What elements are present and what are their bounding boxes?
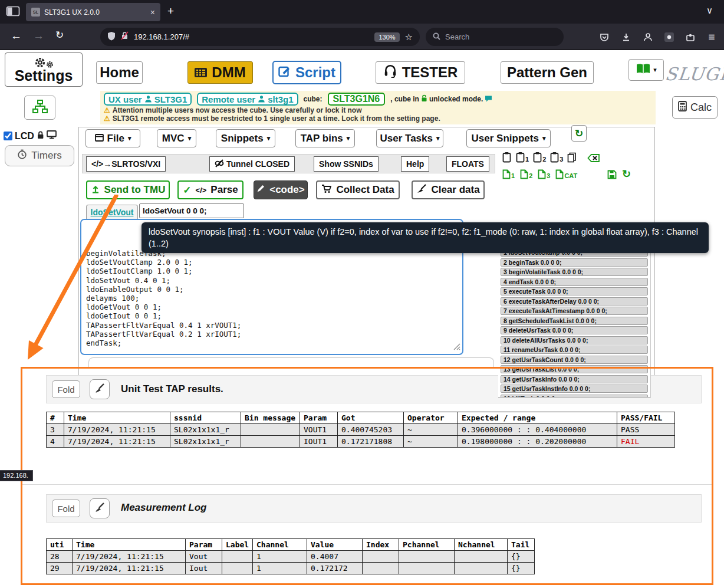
function-list-item[interactable]: 6 executeTaskAfterDelay 0.0 0 0; (501, 297, 648, 306)
sync-refresh-button[interactable]: ↻ (571, 125, 587, 142)
pocket-icon[interactable] (597, 30, 612, 44)
file-menu[interactable]: File ▾ (85, 129, 140, 147)
nav-script-button[interactable]: Script (272, 61, 341, 84)
help-button[interactable]: Help (401, 156, 429, 172)
cube-name-chip[interactable]: SLT3G1N6 (328, 93, 386, 106)
parse-button[interactable]: ✓ </> Parse (177, 180, 243, 199)
tap-result-row[interactable]: 3 7/19/2024, 11:21:15 SL02x1x1x1_r VOUT1… (47, 424, 675, 436)
nav-dmm-button[interactable]: DMM (187, 61, 253, 84)
clipboard-slot-icon[interactable]: 1 (516, 152, 529, 163)
ml-cell-label (222, 563, 253, 574)
browser-tab[interactable]: SL SLT3G1 UX 2.0.0 × (26, 3, 160, 21)
zoom-badge[interactable]: 130% (374, 32, 399, 42)
tap-bins-menu[interactable]: TAP bins ▾ (295, 129, 355, 147)
nav-home-button[interactable]: Home (96, 61, 143, 84)
chevron-down-icon: ▾ (267, 134, 271, 142)
forward-button[interactable]: → (33, 30, 44, 41)
tap-fold-button[interactable]: Fold (52, 380, 80, 398)
function-list-item[interactable]: 16 killTask 0.0 0 0; (501, 395, 648, 398)
tap-clear-brush-button[interactable] (90, 379, 110, 399)
ml-clear-brush-button[interactable] (90, 498, 110, 518)
tunnel-button[interactable]: Tunnel CLOSED (209, 156, 295, 172)
account-icon[interactable] (640, 30, 656, 44)
tab-overview-icon[interactable] (6, 5, 20, 20)
function-list-item[interactable]: 15 getUsrTaskInstInfo 0.0 0 0; (501, 385, 648, 393)
function-list-item[interactable]: 13 getUsrTaskList 0.0 0 0; (501, 365, 648, 373)
menu-hamburger-icon[interactable]: ≡ (704, 30, 719, 44)
brush-icon (94, 501, 106, 515)
home-label: Home (100, 64, 139, 81)
function-list-item[interactable]: 9 deleteUsrTask 0.0 0 0; (501, 326, 648, 334)
clipboard-slot-icon[interactable] (502, 152, 512, 163)
bookmark-star-icon[interactable]: ☆ (405, 32, 413, 42)
collect-data-button[interactable]: Collect Data (316, 180, 400, 199)
function-list-item[interactable]: 12 getUsrTaskCount 0.0 0 0; (501, 356, 648, 364)
brush-icon (94, 382, 106, 396)
slrtos-vxi-button[interactable]: </>→SLRTOS/VXI (86, 156, 166, 172)
function-list-item[interactable]: 4 endTask 0.0 0 0; (501, 278, 648, 286)
user-snippets-menu[interactable]: User Snippets ▾ (466, 129, 551, 147)
settings-button[interactable]: Settings (5, 52, 83, 87)
back-button[interactable]: ← (11, 30, 22, 41)
calc-button[interactable]: Calc (672, 96, 718, 119)
file-slot-icon[interactable]: 1 (502, 169, 515, 179)
network-tree-button[interactable] (24, 96, 55, 120)
save-icon[interactable] (607, 170, 617, 179)
file-slot-icon[interactable]: CAT (555, 169, 577, 179)
clear-data-button[interactable]: Clear data (412, 180, 485, 199)
copy-pages-icon[interactable] (567, 152, 577, 163)
send-to-tmu-button[interactable]: Send to TMU (86, 180, 170, 199)
search-bar[interactable]: Search (426, 28, 564, 46)
downloads-icon[interactable] (618, 30, 634, 44)
clipboard-slot-icon[interactable]: 3 (550, 152, 563, 163)
warning-icon: ⚠ (104, 106, 110, 114)
lcd-checkbox[interactable] (4, 132, 12, 140)
function-list-item[interactable]: 10 deleteAllUsrTasks 0.0 0 0; (501, 336, 648, 344)
function-list-item[interactable]: 14 getUsrTaskInfo 0.0 0 0; (501, 375, 648, 383)
show-ssnids-button[interactable]: Show SSNIDs (314, 156, 379, 172)
mvc-menu[interactable]: MVC ▾ (157, 129, 196, 147)
nav-pattern-gen-button[interactable]: Pattern Gen (501, 61, 594, 84)
function-list-item[interactable]: 5 executeTask 0.0 0 0; (501, 287, 648, 295)
clipboard-slot-icon[interactable]: 2 (533, 152, 546, 163)
ml-row[interactable]: 29 7/19/2024, 11:21:15 Iout 1 0.172172 {… (47, 563, 535, 574)
new-tab-button[interactable]: + (167, 5, 174, 17)
url-text[interactable]: 192.168.1.207/# (134, 32, 369, 41)
ux-user-chip[interactable]: UX user SLT3G1 (104, 93, 192, 106)
ml-fold-button[interactable]: Fold (52, 500, 80, 517)
shield-icon[interactable] (107, 31, 116, 43)
extension-icon[interactable] (662, 30, 677, 44)
snippets-menu[interactable]: Snippets ▾ (216, 129, 275, 147)
floats-button[interactable]: FLOATS (446, 156, 489, 172)
tap-result-row[interactable]: 4 7/19/2024, 11:21:15 SL02x1x1x1_r IOUT1… (47, 436, 675, 448)
tab-close-icon[interactable]: × (150, 8, 155, 17)
function-list-item[interactable]: 2 beginTask 0.0 0 0; (501, 258, 648, 267)
remote-user-chip[interactable]: Remote user slt3g1 (197, 93, 298, 106)
user-tasks-menu[interactable]: User Tasks ▾ (376, 129, 443, 147)
command-input[interactable] (139, 203, 244, 218)
timers-button[interactable]: Timers (5, 145, 74, 166)
tap-column-header: PASS/FAIL (617, 412, 675, 424)
code-button[interactable]: <code> (254, 180, 308, 199)
ml-row[interactable]: 28 7/19/2024, 11:21:15 Vout 1 0.4007 {} (47, 551, 535, 563)
function-list-item[interactable]: 7 executeTaskAtTimestamp 0.0 0 0; (501, 307, 648, 315)
file-slot-icon[interactable]: 2 (520, 169, 532, 179)
reload-button[interactable]: ↻ (55, 30, 64, 40)
function-list-item[interactable]: 11 renameUsrTask 0.0 0 0; (501, 346, 648, 354)
function-list-item[interactable]: 3 beginVolatileTask 0.0 0 0; (501, 268, 648, 276)
file-slot-icon[interactable]: 3 (538, 169, 550, 179)
script-tab[interactable]: ldoSetVout (86, 205, 138, 219)
list-tabs-chevron-icon[interactable]: ∨ (706, 6, 713, 15)
refresh-icon[interactable]: ↻ (622, 167, 631, 180)
extensions-puzzle-icon[interactable] (683, 30, 698, 44)
cube-label: cube: (304, 95, 322, 103)
url-bar[interactable]: 192.168.1.207/# 130% ☆ (100, 28, 420, 46)
nav-tester-button[interactable]: TESTER (376, 61, 465, 84)
ml-column-header: Param (186, 539, 222, 551)
clear-slots-icon[interactable] (587, 153, 600, 163)
insecure-lock-icon[interactable] (121, 31, 129, 42)
resize-handle-icon[interactable] (453, 342, 460, 353)
ml-column-header: uti (47, 539, 73, 551)
function-list-item[interactable]: 8 getScheduledTaskList 0.0 0 0; (501, 317, 648, 325)
library-dropdown[interactable]: ▾ (628, 59, 664, 81)
